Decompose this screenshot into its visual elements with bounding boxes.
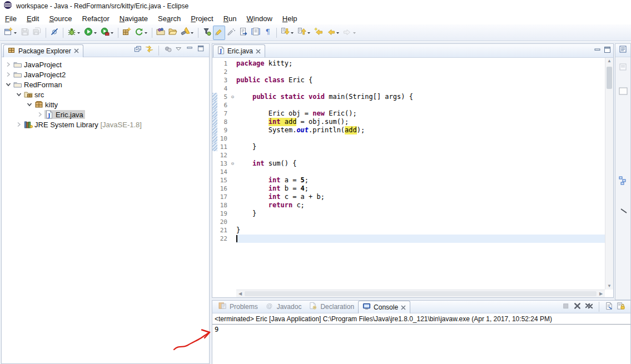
tab-javadoc[interactable]: @Javadoc [262,301,306,313]
code-line-11[interactable]: 11 } [212,143,605,151]
code-line-18[interactable]: 18 return c; [212,201,605,210]
open-folder-button[interactable] [167,26,179,40]
tree-item-kitty[interactable]: kitty [2,99,209,109]
tree-item-javaproject2[interactable]: JavaProject2 [2,69,209,79]
dropdown-arrow-icon[interactable] [13,28,17,37]
tab-eric-java[interactable]: J Eric.java [213,44,265,57]
dropdown-arrow-icon[interactable] [352,28,356,37]
format-source-button[interactable] [237,26,250,40]
dropdown-arrow-icon[interactable] [77,28,81,37]
forward-button[interactable] [341,26,358,40]
dropdown-arrow-icon[interactable] [93,28,97,37]
console-output[interactable]: 9 [212,325,630,334]
last-edit-location-button[interactable] [312,26,325,40]
code-line-15[interactable]: 15 int a = 5; [212,176,605,185]
close-icon[interactable] [74,48,79,53]
new-java-project-button[interactable] [121,26,133,40]
next-annotation-button[interactable] [279,26,296,40]
code-line-20[interactable]: 20 [212,218,605,226]
close-icon[interactable] [401,305,406,310]
fold-collapse-icon[interactable]: ⊖ [229,93,236,101]
clear-console-icon[interactable] [605,302,613,312]
scroll-lock-icon[interactable] [617,302,625,312]
tree-item-eric-java[interactable]: JEric.java [2,109,209,119]
menu-window[interactable]: Window [242,13,277,24]
chevron-down-icon[interactable] [4,80,13,89]
close-icon[interactable] [256,49,261,54]
code-line-16[interactable]: 16 int b = 4; [212,185,605,193]
code-line-4[interactable]: 4 [212,84,605,93]
maximize-icon[interactable] [197,45,206,56]
code-line-6[interactable]: 6 [212,101,605,109]
menu-refactor[interactable]: Refactor [77,13,115,24]
code-line-22[interactable]: 22 [212,235,605,243]
refresh-button[interactable] [133,26,150,40]
save-button[interactable] [19,26,31,40]
skip-breakpoints-button[interactable] [48,26,61,40]
show-whitespace-button[interactable]: ¶ [262,26,274,40]
maximize-icon[interactable] [604,46,611,56]
collapse-all-icon[interactable] [134,45,142,56]
remove-launch-icon[interactable] [573,302,582,312]
new-wizard-button[interactable] [2,26,19,40]
code-line-5[interactable]: 5⊖ public static void main(String[] args… [212,93,605,101]
tree-item-javaproject[interactable]: JavaProject [2,59,209,69]
chevron-down-icon[interactable] [14,90,23,99]
tab-problems[interactable]: Problems [215,301,262,313]
tab-declaration[interactable]: Declaration [305,301,358,313]
chevron-right-icon[interactable] [14,120,23,129]
editor-horizontal-scrollbar[interactable]: ◀▶ [236,290,605,297]
chevron-right-icon[interactable] [4,60,13,69]
debug-button[interactable] [66,26,82,40]
restore-view-icon[interactable] [619,45,627,56]
smart-edit-button[interactable] [225,26,237,40]
dropdown-arrow-icon[interactable] [144,28,148,37]
menu-navigate[interactable]: Navigate [115,13,153,24]
code-line-2[interactable]: 2 [212,68,605,76]
menu-run[interactable]: Run [218,13,242,24]
code-line-8[interactable]: 8 int add = obj.sum(); [212,118,605,126]
remove-all-terminated-icon[interactable] [585,302,593,312]
menu-source[interactable]: Source [44,13,77,24]
chevron-right-icon[interactable] [4,70,13,79]
code-line-3[interactable]: 3public class Eric { [212,76,605,84]
minimize-icon[interactable] [186,45,195,56]
open-type-button[interactable] [155,26,167,40]
save-all-button[interactable] [31,26,43,40]
menu-search[interactable]: Search [153,13,186,24]
editor-vertical-scrollbar[interactable]: ▲ ▼ [605,58,613,290]
tab-console[interactable]: Console [358,301,410,313]
code-line-9[interactable]: 9 System.out.println(add); [212,126,605,134]
dropdown-arrow-icon[interactable] [190,28,194,37]
code-line-17[interactable]: 17 int c = a + b; [212,193,605,201]
fold-collapse-icon[interactable]: ⊖ [229,159,236,168]
code-line-12[interactable]: 12 [212,151,605,159]
code-line-7[interactable]: 7 Eric obj = new Eric(); [212,109,605,118]
code-line-14[interactable]: 14 [212,168,605,176]
menu-edit[interactable]: Edit [22,13,44,24]
code-line-13[interactable]: 13⊖ int sum() { [212,159,605,168]
code-line-1[interactable]: 1package kitty; [212,59,605,68]
terminate-icon[interactable] [562,302,570,312]
menu-help[interactable]: Help [277,13,302,24]
code-line-10[interactable]: 10 [212,134,605,143]
block-selection-button[interactable] [250,26,262,40]
prev-annotation-button[interactable] [296,26,312,40]
minimize-icon[interactable] [594,46,601,56]
tree-item-redforman[interactable]: RedForman [2,79,209,89]
view-menu-icon[interactable] [175,45,183,56]
type-hierarchy-button[interactable] [201,26,213,40]
code-line-19[interactable]: 19 } [212,210,605,218]
focus-icon[interactable] [164,45,172,56]
mark-occurrences-button[interactable] [213,26,225,40]
dropdown-arrow-icon[interactable] [336,28,340,37]
blank-box-icon[interactable] [619,87,628,97]
dropdown-arrow-icon[interactable] [307,28,311,37]
tree-item-jre-system-library[interactable]: JRE System Library [JavaSE-1.8] [2,119,209,129]
outline-icon[interactable] [619,176,628,187]
search-flashlight-button[interactable] [179,26,196,40]
chevron-down-icon[interactable] [25,100,34,109]
code-line-21[interactable]: 21} [212,226,605,235]
menu-project[interactable]: Project [186,13,218,24]
menu-file[interactable]: File [0,13,22,24]
